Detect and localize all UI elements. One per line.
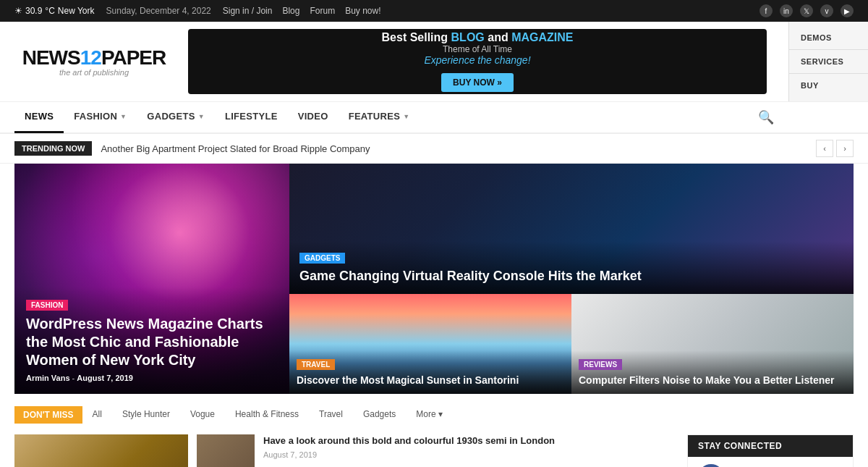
article-row: Have a look around this bold and colourf… xyxy=(14,434,673,467)
tab-vogue[interactable]: Vogue xyxy=(180,405,225,424)
trending-next[interactable]: › xyxy=(836,140,854,157)
logo-area: NEWS12PAPER the art of publishing xyxy=(14,46,174,77)
youtube-icon[interactable]: ▶ xyxy=(841,4,854,17)
logo-text-news: NEWS xyxy=(22,46,80,69)
instagram-icon[interactable]: in xyxy=(780,4,793,17)
side-nav-demos[interactable]: DEMOS xyxy=(789,26,868,50)
nav-item-fashion[interactable]: FASHION ▼ xyxy=(64,101,137,133)
hero-main-meta: Armin Vans - August 7, 2019 xyxy=(26,374,278,382)
article-small-image xyxy=(197,434,255,467)
ad-buy-button[interactable]: BUY NOW » xyxy=(441,73,514,92)
top-bar: ☀ 30.9 °C New York Sunday, December 4, 2… xyxy=(0,0,868,22)
ad-banner[interactable]: Best Selling BLOG and MAGAZINE Theme of … xyxy=(188,29,767,94)
search-button[interactable]: 🔍 xyxy=(758,109,774,125)
article-small-content: Have a look around this bold and colourf… xyxy=(263,434,555,467)
nav-items: NEWS FASHION ▼ GADGETS ▼ LIFESTYLE VIDEO… xyxy=(14,101,758,133)
nav-item-features[interactable]: FEATURES ▼ xyxy=(339,101,420,133)
main-navigation: NEWS FASHION ▼ GADGETS ▼ LIFESTYLE VIDEO… xyxy=(0,102,868,134)
hero-bottom-left-title: Discover the Most Magical Sunset in Sant… xyxy=(297,374,564,387)
fashion-arrow: ▼ xyxy=(120,113,127,120)
stay-connected-widget: STAY CONNECTED f 22,034 Fans LIKE 𝕏 FO xyxy=(687,434,854,467)
side-nav-buy[interactable]: BUY xyxy=(789,74,868,97)
article-small-title: Have a look around this bold and colourf… xyxy=(263,434,555,447)
top-bar-left: ☀ 30.9 °C New York Sunday, December 4, 2… xyxy=(14,6,381,16)
hero-right: GADGETS Game Changing Virtual Reality Co… xyxy=(289,164,854,394)
dont-miss-content: Have a look around this bold and colourf… xyxy=(14,434,854,467)
dont-miss-label: DON'T MISS xyxy=(14,406,82,424)
top-bar-social: f in 𝕏 v ▶ xyxy=(760,4,854,17)
hero-main-date: August 7, 2019 xyxy=(77,374,133,382)
hero-grid: FASHION WordPress News Magazine Charts t… xyxy=(0,164,868,394)
hero-main-category: FASHION xyxy=(26,300,68,311)
nav-item-news[interactable]: NEWS xyxy=(14,101,64,133)
hero-bottom-left-card[interactable]: TRAVEL Discover the Most Magical Sunset … xyxy=(289,294,571,394)
twitter-icon[interactable]: 𝕏 xyxy=(800,4,813,17)
trending-prev[interactable]: ‹ xyxy=(816,140,833,157)
tab-gadgets[interactable]: Gadgets xyxy=(353,405,406,424)
nav-item-video[interactable]: VIDEO xyxy=(288,101,339,133)
logo-number: 12 xyxy=(80,46,101,69)
hero-bottom-right-row: TRAVEL Discover the Most Magical Sunset … xyxy=(289,294,854,394)
tab-more[interactable]: More ▾ xyxy=(406,405,453,424)
tab-all[interactable]: All xyxy=(82,405,112,424)
signin-link[interactable]: Sign in / Join xyxy=(223,6,273,16)
vimeo-icon[interactable]: v xyxy=(820,4,833,17)
nav-item-gadgets[interactable]: GADGETS ▼ xyxy=(137,101,215,133)
hero-main-title: WordPress News Magazine Charts the Most … xyxy=(26,315,278,369)
tab-travel[interactable]: Travel xyxy=(309,405,353,424)
weather-icon: ☀ xyxy=(14,6,22,16)
dont-miss-tabs: All Style Hunter Vogue Health & Fitness … xyxy=(82,405,854,424)
hero-main-text-overlay: FASHION WordPress News Magazine Charts t… xyxy=(14,287,289,394)
article-large-image xyxy=(14,434,188,467)
stay-connected-title: STAY CONNECTED xyxy=(688,435,853,457)
dont-miss-header: DON'T MISS All Style Hunter Vogue Health… xyxy=(14,405,854,424)
topbar-links: Sign in / Join Blog Forum Buy now! xyxy=(223,6,381,16)
side-navigation: DEMOS SERVICES BUY xyxy=(788,22,868,101)
article-small-card[interactable]: Have a look around this bold and colourf… xyxy=(197,434,555,467)
hero-top-right-category: GADGETS xyxy=(299,253,345,264)
hero-top-right-title: Game Changing Virtual Reality Console Hi… xyxy=(299,268,843,285)
trending-label: TRENDING NOW xyxy=(14,141,92,156)
hero-bottom-right-overlay: REVIEWS Computer Filters Noise to Make Y… xyxy=(571,350,854,395)
tab-health-fitness[interactable]: Health & Fitness xyxy=(225,405,309,424)
ad-content: Best Selling BLOG and MAGAZINE Theme of … xyxy=(382,31,574,92)
hero-bottom-left-category: TRAVEL xyxy=(297,359,335,370)
gadgets-arrow: ▼ xyxy=(198,113,205,120)
trending-bar: TRENDING NOW Another Big Apartment Proje… xyxy=(0,134,868,164)
side-nav-services[interactable]: SERVICES xyxy=(789,50,868,74)
hero-bottom-right-category: REVIEWS xyxy=(579,359,622,370)
hero-main-author: Armin Vans xyxy=(26,374,70,382)
stay-connected: STAY CONNECTED f 22,034 Fans LIKE 𝕏 FO xyxy=(687,434,854,467)
tab-style-hunter[interactable]: Style Hunter xyxy=(112,405,180,424)
hero-bottom-right-card[interactable]: REVIEWS Computer Filters Noise to Make Y… xyxy=(571,294,854,394)
city: New York xyxy=(58,6,95,16)
features-arrow: ▼ xyxy=(403,113,409,120)
nav-item-lifestyle[interactable]: LIFESTYLE xyxy=(215,101,288,133)
weather-widget: ☀ 30.9 °C New York xyxy=(14,6,95,16)
dont-miss-articles: Have a look around this bold and colourf… xyxy=(14,434,673,467)
hero-bottom-left-overlay: TRAVEL Discover the Most Magical Sunset … xyxy=(289,350,571,395)
hero-top-right-card[interactable]: GADGETS Game Changing Virtual Reality Co… xyxy=(289,164,854,294)
trending-arrows: ‹ › xyxy=(816,140,854,157)
trending-text: Another Big Apartment Project Slated for… xyxy=(101,143,807,154)
ad-button[interactable]: BUY NOW » xyxy=(382,70,574,92)
hero-top-right-overlay: GADGETS Game Changing Virtual Reality Co… xyxy=(289,241,854,295)
article-large-card[interactable] xyxy=(14,434,188,467)
ad-subtitle: Theme of All Time xyxy=(382,44,574,54)
hero-main-card[interactable]: FASHION WordPress News Magazine Charts t… xyxy=(14,164,289,394)
buynow-link[interactable]: Buy now! xyxy=(345,6,380,16)
forum-link[interactable]: Forum xyxy=(310,6,335,16)
temperature: 30.9 xyxy=(25,6,42,16)
temp-unit: °C xyxy=(45,6,54,16)
facebook-follow-row: f 22,034 Fans LIKE xyxy=(688,457,853,467)
logo-text-paper: PAPER xyxy=(101,46,166,69)
site-logo[interactable]: NEWS12PAPER xyxy=(14,46,174,70)
blog-link[interactable]: Blog xyxy=(282,6,299,16)
topbar-date: Sunday, December 4, 2022 xyxy=(106,6,211,16)
ad-tagline: Experience the change! xyxy=(382,54,574,66)
header-advertisement[interactable]: Best Selling BLOG and MAGAZINE Theme of … xyxy=(188,29,767,94)
facebook-follow-icon: f xyxy=(698,464,724,467)
facebook-icon[interactable]: f xyxy=(760,4,773,17)
article-small-date: August 7, 2019 xyxy=(263,450,555,459)
site-header: NEWS12PAPER the art of publishing Best S… xyxy=(0,22,868,102)
